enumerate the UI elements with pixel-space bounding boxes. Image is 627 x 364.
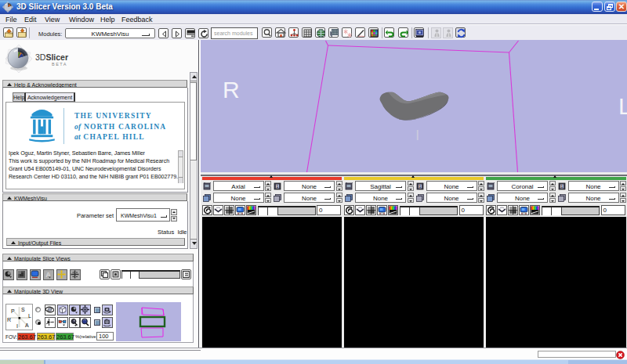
svg-text:I: I — [16, 323, 18, 329]
svg-text:L: L — [618, 93, 627, 119]
svg-text:R: R — [223, 77, 240, 103]
svg-text:S: S — [21, 307, 25, 312]
svg-text:A: A — [25, 323, 29, 328]
svg-text:L: L — [28, 313, 31, 319]
svg-text:P: P — [11, 308, 15, 314]
svg-text:1: 1 — [277, 184, 279, 189]
svg-text:R: R — [7, 317, 11, 323]
svg-text:1: 1 — [560, 184, 563, 189]
svg-text:I: I — [415, 127, 419, 143]
svg-text:1: 1 — [419, 184, 421, 189]
